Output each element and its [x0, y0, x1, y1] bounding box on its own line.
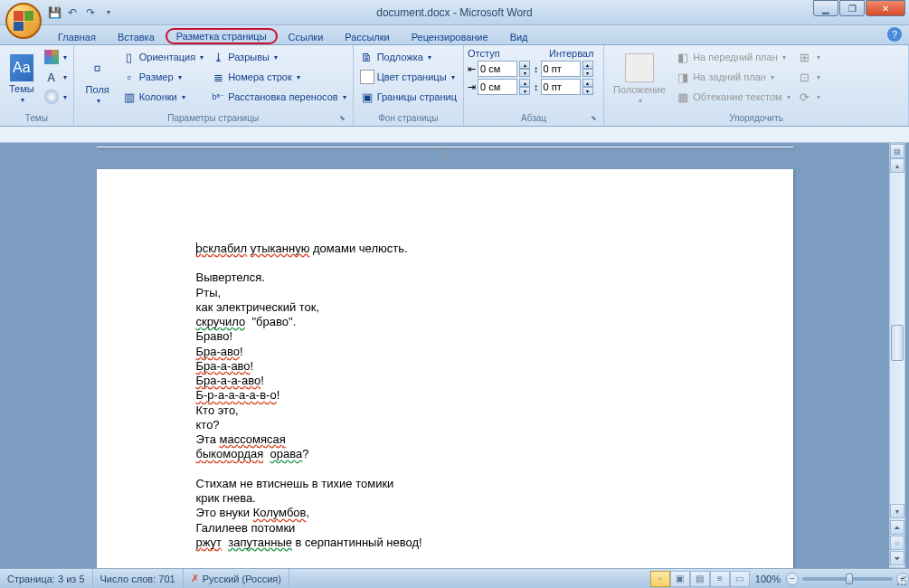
document-line[interactable]: Бра-а-а-аво!: [196, 374, 694, 388]
indent-right-field[interactable]: ⇥0 см▴▾: [468, 79, 530, 95]
document-line[interactable]: как электрический ток,: [196, 300, 694, 315]
horizontal-ruler[interactable]: [0, 127, 909, 143]
tab-рецензирование[interactable]: Рецензирование: [401, 30, 499, 44]
browse-object-button[interactable]: ○: [890, 536, 904, 550]
help-button[interactable]: ?: [887, 27, 902, 42]
text-segment: Вывертелся.: [196, 270, 265, 284]
text-wrap-button[interactable]: ▦Обтекание текстом▾: [673, 87, 793, 107]
document-viewport[interactable]: 2 осклабил утыканную домами челюсть. Выв…: [0, 143, 889, 568]
ruler-toggle-button[interactable]: ▤: [890, 144, 904, 158]
tab-разметка-страницы[interactable]: Разметка страницы: [166, 28, 278, 44]
scroll-thumb[interactable]: [891, 325, 904, 361]
send-back-button[interactable]: ◨На задний план▾: [673, 67, 793, 87]
document-page[interactable]: осклабил утыканную домами челюсть. Вывер…: [97, 169, 793, 568]
print-layout-view-button[interactable]: ▫: [650, 571, 670, 587]
minimize-button[interactable]: ▁: [813, 0, 838, 16]
qat-undo-icon[interactable]: ↶: [65, 5, 80, 20]
tab-вид[interactable]: Вид: [499, 30, 539, 44]
svg-point-0: [904, 576, 906, 578]
group-button[interactable]: ⊡▾: [795, 67, 823, 87]
scroll-down-button[interactable]: ▾: [890, 504, 904, 518]
indent-left-field[interactable]: ⇤0 см▴▾: [468, 61, 530, 77]
document-line[interactable]: Стихам не втиснешь в тихие томики: [196, 477, 694, 491]
zoom-slider-thumb[interactable]: [846, 574, 853, 584]
full-screen-view-button[interactable]: ▣: [670, 571, 690, 587]
breaks-button[interactable]: ⤓Разрывы▾: [208, 47, 348, 67]
maximize-button[interactable]: ❐: [839, 0, 865, 16]
document-line[interactable]: Браво!: [196, 329, 694, 344]
margins-button[interactable]: ▫ Поля ▾: [78, 47, 118, 111]
prev-page-button[interactable]: ⏶: [890, 520, 904, 535]
columns-icon: ▥: [122, 90, 137, 104]
qat-customize-icon[interactable]: ▾: [101, 5, 116, 20]
outline-view-button[interactable]: ≡: [710, 571, 730, 587]
document-line[interactable]: Бра-аво!: [196, 345, 694, 359]
indent-right-icon: ⇥: [468, 81, 476, 93]
text-segment: Браво!: [196, 329, 233, 343]
web-view-button[interactable]: ▤: [690, 571, 710, 587]
next-page-button[interactable]: ⏷: [890, 551, 904, 565]
theme-colors-button[interactable]: ▾: [42, 47, 70, 67]
themes-button[interactable]: Aa Темы ▾: [4, 47, 40, 111]
document-line[interactable]: скручило "браво".: [196, 315, 694, 329]
close-button[interactable]: ✕: [866, 0, 905, 16]
qat-redo-icon[interactable]: ↷: [83, 5, 98, 20]
zoom-percent[interactable]: 100%: [750, 574, 786, 584]
text-segment: кто?: [196, 418, 220, 432]
document-line[interactable]: Кто это,: [196, 403, 694, 418]
resize-grip[interactable]: [895, 574, 907, 586]
text-segment: крик гнева.: [196, 491, 256, 505]
paragraph-launcher[interactable]: ⬊: [589, 113, 598, 122]
tab-рассылки[interactable]: Рассылки: [334, 30, 400, 44]
status-word-count[interactable]: Число слов: 701: [93, 569, 184, 588]
spacing-after-icon: ↕: [534, 81, 539, 92]
text-segment: ржут: [196, 536, 223, 549]
page-setup-launcher[interactable]: ⬊: [338, 113, 347, 122]
line-numbers-button[interactable]: ≣Номера строк▾: [208, 67, 348, 87]
tab-ссылки[interactable]: Ссылки: [278, 30, 335, 44]
position-button[interactable]: Положение ▾: [608, 47, 671, 111]
document-line[interactable]: ржут запутанные в серпантинный невод!: [196, 536, 694, 550]
document-line[interactable]: [196, 462, 694, 477]
page-borders-button[interactable]: ▣Границы страниц: [357, 87, 459, 107]
watermark-button[interactable]: 🗎Подложка▾: [357, 47, 459, 67]
orientation-button[interactable]: ▯Ориентация▾: [119, 47, 206, 67]
office-button[interactable]: [5, 3, 42, 39]
hyphenation-button[interactable]: bª⁻Расстановка переносов▾: [208, 87, 348, 107]
qat-save-icon[interactable]: 💾: [47, 5, 62, 20]
document-line[interactable]: Рты,: [196, 286, 694, 300]
size-button[interactable]: ▫Размер▾: [119, 67, 206, 87]
document-line[interactable]: [196, 256, 694, 270]
scroll-track[interactable]: [890, 173, 904, 504]
document-line[interactable]: осклабил утыканную домами челюсть.: [196, 242, 694, 256]
theme-fonts-button[interactable]: A▾: [42, 67, 70, 87]
status-page[interactable]: Страница: 3 из 5: [0, 569, 93, 588]
rotate-button[interactable]: ⟳▾: [795, 87, 823, 107]
document-line[interactable]: Эта массомясая: [196, 432, 694, 447]
chevron-down-icon: ▾: [21, 96, 24, 104]
draft-view-button[interactable]: ▭: [730, 571, 750, 587]
spacing-before-field[interactable]: ↕0 пт▴▾: [534, 61, 593, 77]
theme-effects-button[interactable]: ▾: [42, 87, 70, 107]
document-line[interactable]: Вывертелся.: [196, 270, 694, 285]
document-line[interactable]: Бра-а-аво!: [196, 359, 694, 374]
document-line[interactable]: кто?: [196, 418, 694, 432]
document-line[interactable]: Это внуки Колумбов,: [196, 506, 694, 520]
scroll-up-button[interactable]: ▴: [890, 158, 904, 173]
zoom-out-button[interactable]: −: [786, 573, 799, 585]
status-language[interactable]: ✗Русский (Россия): [184, 569, 289, 588]
bring-front-button[interactable]: ◧На передний план▾: [673, 47, 793, 67]
page-color-button[interactable]: Цвет страницы▾: [357, 67, 459, 87]
document-line[interactable]: Б-р-а-а-а-а-в-о!: [196, 388, 694, 403]
tab-главная[interactable]: Главная: [47, 30, 107, 44]
tab-вставка[interactable]: Вставка: [107, 30, 166, 44]
document-line[interactable]: быкомордая орава?: [196, 447, 694, 461]
arrange-group-label: Упорядочить: [608, 111, 904, 124]
columns-button[interactable]: ▥Колонки▾: [119, 87, 206, 107]
align-button[interactable]: ⊞▾: [795, 47, 823, 67]
document-line[interactable]: Галилеев потомки: [196, 521, 694, 536]
spacing-after-field[interactable]: ↕0 пт▴▾: [534, 79, 593, 95]
position-icon: [625, 53, 654, 82]
document-line[interactable]: крик гнева.: [196, 491, 694, 506]
zoom-slider[interactable]: [802, 577, 893, 581]
